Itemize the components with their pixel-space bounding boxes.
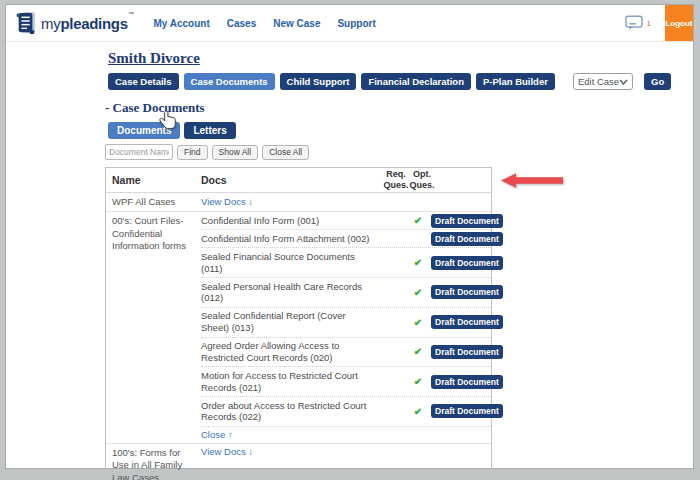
document-search-bar: Find Show All Close All <box>105 144 505 160</box>
view-docs-link[interactable]: View Docs ↓ <box>201 446 253 457</box>
chat-messages-button[interactable]: 1 <box>624 15 651 31</box>
check-icon: ✔ <box>414 287 422 298</box>
close-all-button[interactable]: Close All <box>262 145 309 160</box>
document-title: Motion for Access to Restricted Court Re… <box>201 369 379 395</box>
document-row: Motion for Access to Restricted Court Re… <box>201 367 491 397</box>
column-header-name: Name <box>106 168 201 192</box>
mypleadings-logo: mypleadings™ <box>15 11 133 35</box>
draft-document-button[interactable]: Draft Document <box>431 404 503 418</box>
opt-ques-cell: ✔ <box>405 406 431 417</box>
action-cell: Draft Document <box>431 285 487 299</box>
category-docs: Confidential Info Form (001)✔Draft Docum… <box>201 212 491 443</box>
check-icon: ✔ <box>414 376 422 387</box>
document-row: Agreed Order Allowing Access to Restrict… <box>201 338 491 368</box>
view-docs-row: View Docs ↓ <box>201 444 491 461</box>
draft-document-button[interactable]: Draft Document <box>431 345 503 359</box>
case-tab-bar: Case Details Case Documents Child Suppor… <box>108 73 505 90</box>
document-row: Sealed Financial Source Documents (011)✔… <box>201 248 491 278</box>
tab-financial-declaration[interactable]: Financial Declaration <box>361 73 471 90</box>
nav-new-case[interactable]: New Case <box>273 18 320 29</box>
draft-document-button[interactable]: Draft Document <box>431 232 503 246</box>
check-icon: ✔ <box>414 346 422 357</box>
opt-ques-cell: ✔ <box>405 346 431 357</box>
draft-document-button[interactable]: Draft Document <box>431 375 503 389</box>
check-icon: ✔ <box>414 215 422 226</box>
show-all-button[interactable]: Show All <box>212 145 259 160</box>
go-button[interactable]: Go <box>644 73 671 90</box>
action-cell: Draft Document <box>431 232 487 246</box>
column-header-opt-ques: Opt. Ques. <box>409 169 435 191</box>
document-title: Confidential Info Form Attachment (002) <box>201 232 379 246</box>
draft-document-button[interactable]: Draft Document <box>431 315 503 329</box>
opt-ques-cell: ✔ <box>405 317 431 328</box>
opt-ques-cell: ✔ <box>405 376 431 387</box>
document-row: Order about Access to Restricted Court R… <box>201 397 491 427</box>
opt-ques-cell: ✔ <box>405 257 431 268</box>
column-header-req-ques: Req. Ques. <box>383 169 409 191</box>
red-annotation-arrow-icon <box>500 172 564 189</box>
document-name-input[interactable] <box>105 144 173 160</box>
action-cell: Draft Document <box>431 404 487 418</box>
case-title-link[interactable]: Smith Divorce <box>108 50 200 67</box>
table-row: 100's: Forms for Use in All Family Law C… <box>106 443 491 480</box>
document-title: Agreed Order Allowing Access to Restrict… <box>201 339 379 365</box>
check-icon: ✔ <box>414 257 422 268</box>
logout-button[interactable]: Logout <box>665 5 693 41</box>
find-button[interactable]: Find <box>177 145 208 160</box>
table-row: 00's: Court Files- Confidential Informat… <box>106 211 491 443</box>
action-cell: Draft Document <box>431 375 487 389</box>
chat-bubble-icon <box>624 15 644 31</box>
document-title: Sealed Personal Health Care Records (012… <box>201 280 379 306</box>
close-docs-row: Close ↑ <box>201 427 491 443</box>
document-row: Confidential Info Form (001)✔Draft Docum… <box>201 212 491 230</box>
hand-cursor-icon <box>158 109 180 133</box>
tab-pplan-builder[interactable]: P-Plan Builder <box>476 73 555 90</box>
draft-document-button[interactable]: Draft Document <box>431 214 503 228</box>
view-docs-link[interactable]: View Docs ↓ <box>201 196 253 207</box>
table-row: WPF All CasesView Docs ↓ <box>106 193 491 211</box>
tab-case-details[interactable]: Case Details <box>108 73 179 90</box>
document-title: Confidential Info Form (001) <box>201 214 379 228</box>
edit-case-select-value: Edit Case <box>578 76 619 87</box>
draft-document-button[interactable]: Draft Document <box>431 256 503 270</box>
chevron-down-icon <box>619 79 628 85</box>
document-row: Sealed Confidential Report (Cover Sheet)… <box>201 308 491 338</box>
nav-my-account[interactable]: My Account <box>153 18 209 29</box>
subtab-letters[interactable]: Letters <box>184 122 235 139</box>
nav-cases[interactable]: Cases <box>227 18 256 29</box>
action-cell: Draft Document <box>431 315 487 329</box>
document-title: Order about Access to Restricted Court R… <box>201 399 379 425</box>
main-nav: My Account Cases New Case Support <box>153 18 375 29</box>
check-icon: ✔ <box>414 317 422 328</box>
category-name: 100's: Forms for Use in All Family Law C… <box>106 444 201 480</box>
top-navigation-bar: mypleadings™ My Account Cases New Case S… <box>6 5 693 42</box>
tab-case-documents[interactable]: Case Documents <box>184 73 275 90</box>
documents-table-header: Name Docs Req. Ques. Opt. Ques. <box>106 168 491 193</box>
close-docs-link[interactable]: Close ↑ <box>201 429 233 440</box>
check-icon: ✔ <box>414 406 422 417</box>
category-name: WPF All Cases <box>106 193 201 211</box>
logo-wordmark: mypleadings™ <box>41 15 133 32</box>
app-window: mypleadings™ My Account Cases New Case S… <box>6 5 693 468</box>
document-row: Confidential Info Form Attachment (002)D… <box>201 230 491 248</box>
action-cell: Draft Document <box>431 345 487 359</box>
documents-table-body: WPF All CasesView Docs ↓00's: Court File… <box>106 193 491 480</box>
tab-child-support[interactable]: Child Support <box>280 73 357 90</box>
action-cell: Draft Document <box>431 256 487 270</box>
document-title: Sealed Confidential Report (Cover Sheet)… <box>201 309 379 335</box>
chat-unread-badge: 1 <box>647 19 651 28</box>
document-row: Sealed Personal Health Care Records (012… <box>201 278 491 308</box>
opt-ques-cell: ✔ <box>405 215 431 226</box>
edit-case-select[interactable]: Edit Case <box>573 73 633 90</box>
document-title: Sealed Financial Source Documents (011) <box>201 250 379 276</box>
category-docs: View Docs ↓ <box>201 444 491 480</box>
documents-table: Name Docs Req. Ques. Opt. Ques. WPF All … <box>105 167 492 480</box>
opt-ques-cell: ✔ <box>405 287 431 298</box>
topbar-right: 1 Logout <box>624 5 693 41</box>
category-name: 00's: Court Files- Confidential Informat… <box>106 212 201 443</box>
column-header-docs: Docs <box>201 174 383 186</box>
nav-support[interactable]: Support <box>337 18 375 29</box>
document-logo-icon <box>15 11 37 35</box>
action-cell: Draft Document <box>431 214 487 228</box>
draft-document-button[interactable]: Draft Document <box>431 285 503 299</box>
